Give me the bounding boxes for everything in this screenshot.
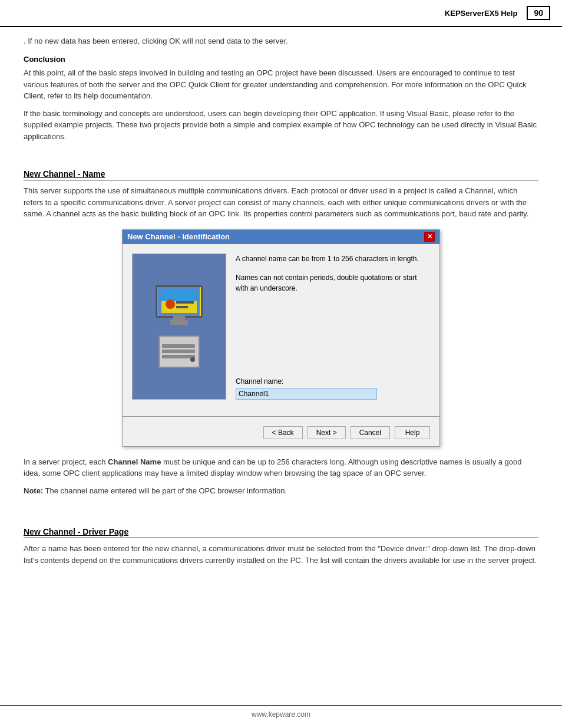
footer-url: www.kepware.com xyxy=(252,710,310,719)
monitor-icon xyxy=(156,285,203,318)
next-button[interactable]: Next > xyxy=(308,426,346,439)
channel-name-label: Channel name: xyxy=(236,360,430,386)
page-wrapper: KEPServerEX5 Help 90 . If no new data ha… xyxy=(0,0,562,728)
new-channel-driver-heading: New Channel - Driver Page xyxy=(24,527,538,538)
new-channel-driver-section: New Channel - Driver Page After a name h… xyxy=(24,527,538,566)
svg-rect-5 xyxy=(176,306,188,308)
back-button[interactable]: < Back xyxy=(263,426,303,439)
intro-note: . If no new data has been entered, click… xyxy=(24,37,538,45)
dialog-titlebar: New Channel - Identification ✕ xyxy=(123,230,439,244)
header-title: KEPServerEX5 Help xyxy=(445,9,518,18)
svg-rect-4 xyxy=(176,301,194,304)
note-label: Note: xyxy=(24,486,43,495)
content-area: . If no new data has been entered, click… xyxy=(0,37,562,620)
dialog-footer: < Back Next > Cancel Help xyxy=(123,421,439,446)
dialog-title: New Channel - Identification xyxy=(127,232,230,241)
conclusion-section: Conclusion At this point, all of the bas… xyxy=(24,55,538,142)
page-header: KEPServerEX5 Help 90 xyxy=(0,0,562,27)
dialog-right-content: A channel name can be from 1 to 256 char… xyxy=(236,253,430,400)
new-channel-name-section: New Channel - Name This server supports … xyxy=(24,169,538,496)
page-footer: www.kepware.com xyxy=(0,705,562,719)
dialog-body: A channel name can be from 1 to 256 char… xyxy=(123,244,439,409)
channel-name-bold: Channel Name xyxy=(108,457,161,466)
note-text: Note: The channel name entered will be p… xyxy=(24,485,538,497)
svg-rect-2 xyxy=(161,289,197,301)
conclusion-para-1: At this point, all of the basic steps in… xyxy=(24,67,538,102)
dialog-separator xyxy=(123,416,439,417)
dialog-info-line2: Names can not contain periods, double qu… xyxy=(236,272,430,294)
note-content: The channel name entered will be part of… xyxy=(45,486,287,495)
cancel-button[interactable]: Cancel xyxy=(351,426,390,439)
new-channel-name-heading: New Channel - Name xyxy=(24,169,538,180)
new-channel-dialog: New Channel - Identification ✕ xyxy=(122,229,440,447)
new-channel-name-intro: This server supports the use of simultan… xyxy=(24,185,538,220)
conclusion-para-2: If the basic terminology and concepts ar… xyxy=(24,108,538,143)
server-unit-icon xyxy=(158,335,200,368)
page-number: 90 xyxy=(527,6,550,20)
new-channel-driver-text: After a name has been entered for the ne… xyxy=(24,543,538,566)
svg-point-3 xyxy=(166,299,175,309)
dialog-close-button[interactable]: ✕ xyxy=(424,232,435,242)
post-dialog-text: In a server project, each Channel Name m… xyxy=(24,456,538,479)
dialog-info-line1: A channel name can be from 1 to 256 char… xyxy=(236,253,430,264)
channel-name-input[interactable] xyxy=(236,388,377,400)
conclusion-heading: Conclusion xyxy=(24,55,538,64)
help-button[interactable]: Help xyxy=(395,426,430,439)
dialog-illustration xyxy=(132,253,226,400)
